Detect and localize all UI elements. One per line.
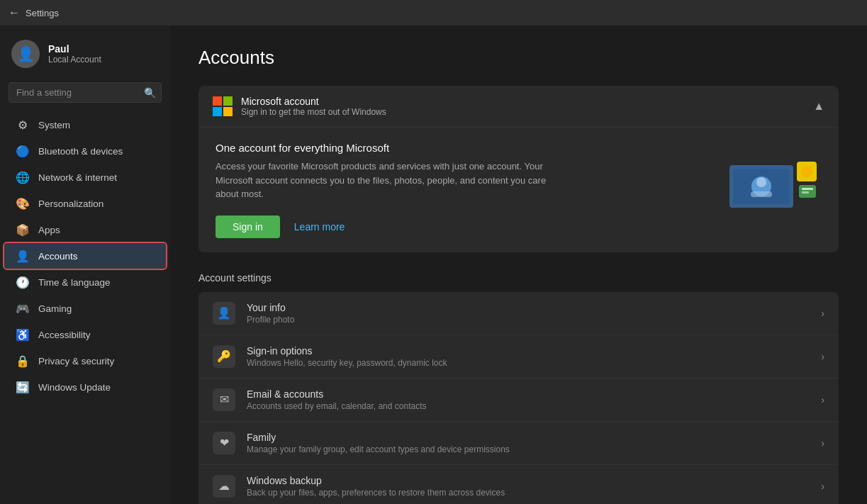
titlebar-title: Settings	[26, 8, 59, 18]
nav-icon-gaming: 🎮	[16, 301, 30, 315]
account-settings-title: Account settings	[198, 272, 839, 284]
page-title: Accounts	[198, 47, 839, 69]
user-name: Paul	[48, 43, 101, 55]
sidebar-item-privacy[interactable]: 🔒 Privacy & security	[4, 348, 166, 374]
sidebar: 👤 Paul Local Account 🔍 ⚙ System 🔵 Blueto…	[0, 26, 170, 504]
ms-account-title: Microsoft account	[241, 96, 386, 107]
settings-item-your-info[interactable]: 👤 Your info Profile photo ›	[198, 292, 839, 335]
titlebar: ← Settings	[0, 0, 867, 26]
nav-icon-update: 🔄	[16, 380, 30, 394]
nav-label-gaming: Gaming	[38, 303, 72, 314]
user-section: 👤 Paul Local Account	[0, 26, 170, 79]
sidebar-item-network[interactable]: 🌐 Network & internet	[4, 164, 166, 190]
sidebar-nav: ⚙ System 🔵 Bluetooth & devices 🌐 Network…	[0, 111, 170, 401]
settings-item-email-accounts[interactable]: ✉ Email & accounts Accounts used by emai…	[198, 379, 839, 422]
user-info: Paul Local Account	[48, 43, 101, 65]
item-desc-email-accounts: Accounts used by email, calendar, and co…	[247, 401, 810, 411]
settings-item-sign-in-options[interactable]: 🔑 Sign-in options Windows Hello, securit…	[198, 335, 839, 379]
ms-account-subtitle: Sign in to get the most out of Windows	[241, 107, 386, 117]
sidebar-item-time[interactable]: 🕐 Time & language	[4, 269, 166, 295]
sidebar-item-system[interactable]: ⚙ System	[4, 112, 166, 138]
item-icon-windows-backup: ☁	[213, 475, 235, 498]
item-chevron-sign-in-options: ›	[821, 351, 824, 362]
item-desc-your-info: Profile photo	[247, 315, 810, 325]
nav-icon-accessibility: ♿	[16, 327, 30, 342]
nav-icon-time: 🕐	[16, 275, 30, 289]
item-icon-your-info: 👤	[213, 302, 235, 325]
item-icon-family: ❤	[213, 432, 235, 454]
nav-label-personalization: Personalization	[38, 198, 104, 209]
svg-point-3	[756, 177, 766, 187]
svg-rect-8	[802, 188, 813, 190]
ms-account-header: Microsoft account Sign in to get the mos…	[198, 86, 839, 128]
item-name-family: Family	[247, 432, 810, 443]
nav-label-accounts: Accounts	[38, 251, 78, 262]
item-icon-email-accounts: ✉	[213, 388, 235, 411]
item-name-windows-backup: Windows backup	[247, 475, 810, 486]
ms-account-body-text: Access your favorite Microsoft products …	[216, 159, 570, 201]
item-chevron-email-accounts: ›	[821, 394, 824, 405]
avatar: 👤	[11, 40, 40, 68]
settings-item-windows-backup[interactable]: ☁ Windows backup Back up your files, app…	[198, 465, 839, 505]
nav-label-time: Time & language	[38, 277, 111, 288]
sidebar-item-update[interactable]: 🔄 Windows Update	[4, 374, 166, 400]
content-area: Accounts Microsoft account Sign in to ge…	[170, 26, 867, 504]
item-text-windows-backup: Windows backup Back up your files, apps,…	[247, 475, 810, 498]
ms-account-card: Microsoft account Sign in to get the mos…	[198, 86, 839, 252]
sidebar-item-gaming[interactable]: 🎮 Gaming	[4, 296, 166, 321]
nav-icon-apps: 📦	[16, 223, 30, 237]
nav-label-network: Network & internet	[38, 172, 117, 183]
ms-account-text: One account for everything Microsoft Acc…	[216, 142, 708, 238]
sidebar-item-accessibility[interactable]: ♿ Accessibility	[4, 322, 166, 347]
item-name-email-accounts: Email & accounts	[247, 388, 810, 400]
nav-label-bluetooth: Bluetooth & devices	[38, 146, 123, 157]
settings-item-family[interactable]: ❤ Family Manage your family group, edit …	[198, 422, 839, 465]
item-text-sign-in-options: Sign-in options Windows Hello, security …	[247, 345, 810, 368]
settings-list: 👤 Your info Profile photo › 🔑 Sign-in op…	[198, 292, 839, 505]
nav-icon-privacy: 🔒	[16, 354, 30, 368]
item-text-family: Family Manage your family group, edit ac…	[247, 432, 810, 454]
nav-label-privacy: Privacy & security	[38, 356, 114, 366]
item-text-your-info: Your info Profile photo	[247, 302, 810, 325]
back-button[interactable]: ←	[9, 6, 20, 19]
ms-logo	[213, 96, 233, 116]
sidebar-item-personalization[interactable]: 🎨 Personalization	[4, 191, 166, 216]
item-chevron-family: ›	[821, 437, 824, 449]
nav-icon-personalization: 🎨	[16, 196, 30, 211]
ms-account-body-heading: One account for everything Microsoft	[216, 142, 708, 154]
nav-icon-system: ⚙	[16, 118, 30, 132]
search-input[interactable]	[9, 82, 162, 103]
ms-account-title-group: Microsoft account Sign in to get the mos…	[241, 96, 386, 117]
nav-icon-bluetooth: 🔵	[16, 144, 30, 158]
nav-icon-accounts: 👤	[16, 249, 30, 263]
ms-account-collapse-button[interactable]: ▲	[813, 100, 824, 113]
item-desc-windows-backup: Back up your files, apps, preferences to…	[247, 488, 810, 498]
item-text-email-accounts: Email & accounts Accounts used by email,…	[247, 388, 810, 411]
sidebar-item-accounts[interactable]: 👤 Accounts	[4, 243, 166, 269]
nav-label-apps: Apps	[38, 225, 60, 235]
sidebar-item-bluetooth[interactable]: 🔵 Bluetooth & devices	[4, 138, 166, 164]
item-icon-sign-in-options: 🔑	[213, 345, 235, 368]
search-icon: 🔍	[144, 87, 156, 99]
main-layout: 👤 Paul Local Account 🔍 ⚙ System 🔵 Blueto…	[0, 26, 867, 504]
ms-account-header-left: Microsoft account Sign in to get the mos…	[213, 96, 386, 117]
sign-in-button[interactable]: Sign in	[216, 215, 280, 238]
item-chevron-your-info: ›	[821, 308, 824, 319]
svg-rect-4	[751, 191, 772, 197]
search-box: 🔍	[9, 82, 162, 103]
nav-label-update: Windows Update	[38, 382, 111, 393]
ms-account-body: One account for everything Microsoft Acc…	[198, 128, 839, 252]
svg-point-6	[801, 166, 812, 177]
svg-rect-9	[802, 191, 809, 194]
nav-icon-network: 🌐	[16, 170, 30, 184]
sidebar-item-apps[interactable]: 📦 Apps	[4, 217, 166, 242]
nav-label-accessibility: Accessibility	[38, 330, 91, 340]
user-type: Local Account	[48, 55, 101, 65]
ms-illustration	[722, 158, 822, 222]
learn-more-link[interactable]: Learn more	[294, 221, 345, 233]
item-chevron-windows-backup: ›	[821, 481, 824, 492]
item-name-sign-in-options: Sign-in options	[247, 345, 810, 357]
item-name-your-info: Your info	[247, 302, 810, 313]
item-desc-sign-in-options: Windows Hello, security key, password, d…	[247, 358, 810, 368]
ms-account-actions: Sign in Learn more	[216, 215, 708, 238]
